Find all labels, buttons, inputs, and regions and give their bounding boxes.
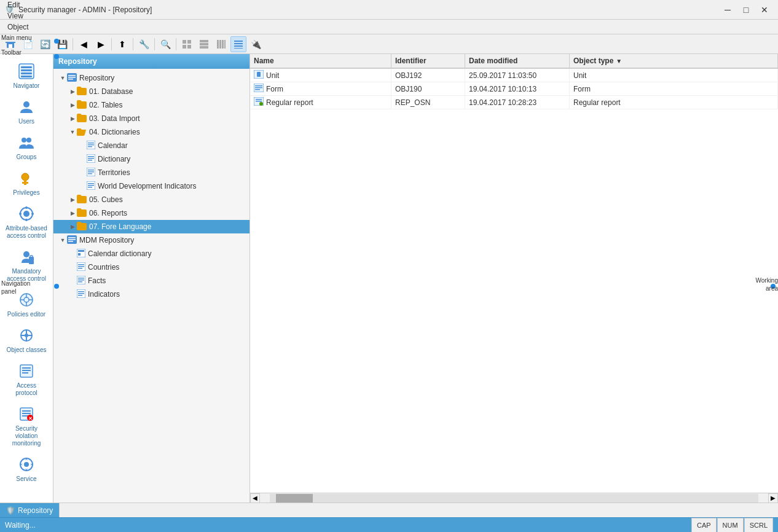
maximize-button[interactable]: □ — [737, 2, 755, 18]
tree-item-reports[interactable]: ▶06. Reports — [53, 206, 250, 220]
toolbar-btn-save[interactable]: 💾 — [54, 36, 70, 52]
access-protocol-icon — [17, 361, 36, 381]
service-icon — [17, 455, 36, 474]
tree-item-calendar[interactable]: Calendar — [53, 139, 250, 152]
tree-toggle-cubes[interactable]: ▶ — [68, 197, 77, 203]
svg-point-32 — [25, 219, 28, 221]
list-row[interactable]: FormOBJ19019.04.2017 10:10:13Form — [250, 82, 778, 96]
tree-item-wdi[interactable]: World Development Indicators — [53, 179, 250, 193]
tree-label-fore-lang: 07. Fore Language — [89, 222, 151, 231]
tree-content[interactable]: ▼Repository▶01. Database▶02. Tables▶03. … — [53, 69, 250, 503]
tree-item-cal-dict[interactable]: Calendar dictionary — [53, 247, 250, 260]
col-date: Date modified — [465, 54, 570, 68]
h-scroll-track[interactable] — [270, 494, 758, 503]
tree-label-dictionary: Dictionary — [98, 155, 130, 163]
svg-rect-15 — [234, 43, 243, 44]
tree-item-repo-root[interactable]: ▼Repository — [53, 71, 250, 85]
tree-item-dictionary[interactable]: Dictionary — [53, 152, 250, 166]
toolbar-btn-list[interactable] — [230, 36, 246, 52]
list-cell-type: Form — [570, 82, 778, 95]
tree-item-data-import[interactable]: ▶03. Data Import — [53, 112, 250, 125]
svg-point-45 — [25, 334, 28, 337]
tree-icon-calendar — [87, 141, 95, 151]
toolbar-btn-new[interactable]: 📄 — [20, 36, 36, 52]
nav-item-navigator[interactable]: Navigator — [2, 59, 50, 92]
toolbar-btn-view1[interactable] — [179, 36, 195, 52]
list-row[interactable]: UnitOBJ19225.09.2017 11:03:50Unit — [250, 69, 778, 82]
h-scroll-thumb[interactable] — [276, 494, 313, 503]
list-cell-name: Form — [250, 82, 391, 95]
tree-item-indicators[interactable]: Indicators — [53, 288, 250, 301]
list-cell-date: 19.04.2017 10:28:23 — [465, 96, 570, 109]
toolbar-btn-view2[interactable] — [196, 36, 212, 52]
tree-item-countries[interactable]: Countries — [53, 260, 250, 274]
menu-item-view[interactable]: View — [2, 10, 47, 22]
title-bar-text: Security manager - ADMIN - [Repository] — [18, 6, 719, 14]
menu-bar: Main menu RepositoryEditViewObjectToolsW… — [0, 20, 778, 34]
svg-rect-63 — [68, 75, 76, 76]
tree-toggle-reports[interactable]: ▶ — [68, 210, 77, 216]
svg-rect-73 — [88, 160, 92, 161]
tree-icon-mdm-repo — [67, 235, 77, 246]
form-icon — [254, 84, 264, 94]
tree-toggle-dictionaries[interactable]: ▼ — [68, 129, 77, 135]
tree-toggle-fore-lang[interactable]: ▶ — [68, 224, 77, 230]
tree-toggle-repo-root[interactable]: ▼ — [58, 75, 67, 81]
svg-point-24 — [22, 138, 26, 143]
nav-item-users[interactable]: Users — [2, 95, 50, 128]
nav-item-label-policies: Policies editor — [7, 311, 45, 318]
tree-toggle-db[interactable]: ▶ — [68, 88, 77, 95]
toolbar-sep-3 — [133, 38, 133, 50]
tree-item-territories[interactable]: Territories — [53, 166, 250, 179]
scroll-left-arrow[interactable]: ◀ — [250, 493, 260, 503]
tree-panel-header: Repository — [53, 54, 250, 69]
svg-rect-71 — [88, 156, 94, 157]
tree-toggle-mdm-repo[interactable]: ▼ — [58, 237, 67, 243]
tree-item-dictionaries[interactable]: ▼04. Dictionaries — [53, 125, 250, 139]
repository-tab[interactable]: 🛡️ Repository — [0, 503, 60, 517]
menu-item-edit[interactable]: Edit — [2, 0, 47, 10]
status-text: Waiting... — [5, 521, 691, 530]
tree-toggle-data-import[interactable]: ▶ — [68, 115, 77, 122]
list-row[interactable]: Regular reportREP_OSN19.04.2017 10:28:23… — [250, 96, 778, 109]
svg-point-110 — [259, 102, 263, 106]
svg-point-26 — [22, 173, 29, 181]
list-cell-date: 19.04.2017 10:10:13 — [465, 82, 570, 95]
svg-rect-5 — [183, 45, 186, 49]
nav-item-security-violation[interactable]: ✕Security violation monitoring — [2, 402, 50, 450]
h-scrollbar[interactable]: ◀ ▶ — [250, 493, 778, 503]
toolbar-btn-home[interactable] — [2, 36, 18, 52]
toolbar-btn-forward[interactable]: ▶ — [93, 36, 109, 52]
tree-panel-header-text: Repository — [58, 57, 97, 66]
nav-item-privileges[interactable]: Privileges — [2, 166, 50, 199]
toolbar-btn-up[interactable]: ⬆ — [114, 36, 130, 52]
minimize-button[interactable]: ─ — [719, 2, 736, 18]
nav-item-groups[interactable]: Groups — [2, 130, 50, 163]
toolbar-btn-refresh[interactable]: 🔄 — [37, 36, 53, 52]
nav-item-service[interactable]: Service — [2, 452, 50, 485]
toolbar-btn-search[interactable]: 🔍 — [157, 36, 173, 52]
toolbar-btn-view3[interactable] — [213, 36, 229, 52]
tree-item-mdm-repo[interactable]: ▼MDM Repository — [53, 233, 250, 247]
scroll-right-arrow[interactable]: ▶ — [768, 493, 778, 503]
toolbar-btn-back[interactable]: ◀ — [76, 36, 92, 52]
toolbar-btn-settings[interactable]: 🔧 — [136, 36, 152, 52]
menu-item-object[interactable]: Object — [2, 22, 47, 33]
tree-item-fore-lang[interactable]: ▶07. Fore Language — [53, 220, 250, 233]
tree-item-db[interactable]: ▶01. Database — [53, 85, 250, 98]
nav-item-policies[interactable]: Policies editor — [2, 288, 50, 321]
toolbar-btn-connect[interactable]: 🔌 — [248, 36, 264, 52]
sort-icon: ▼ — [616, 58, 622, 65]
close-button[interactable]: ✕ — [756, 2, 773, 18]
tree-toggle-tables[interactable]: ▶ — [68, 102, 77, 108]
tree-item-facts[interactable]: Facts — [53, 274, 250, 288]
svg-rect-100 — [78, 295, 82, 296]
tree-item-cubes[interactable]: ▶05. Cubes — [53, 193, 250, 206]
nav-panel: NavigatorUsersGroupsPrivilegesAttribute-… — [0, 54, 53, 503]
nav-item-object-classes[interactable]: Object classes — [2, 323, 50, 356]
nav-item-access-protocol[interactable]: Access protocol — [2, 359, 50, 399]
nav-item-label-service: Service — [16, 475, 36, 483]
nav-item-mandatory[interactable]: Mandatory access control — [2, 244, 50, 285]
nav-item-attribute-based[interactable]: Attribute-based access control — [2, 201, 50, 242]
tree-item-tables[interactable]: ▶02. Tables — [53, 98, 250, 112]
